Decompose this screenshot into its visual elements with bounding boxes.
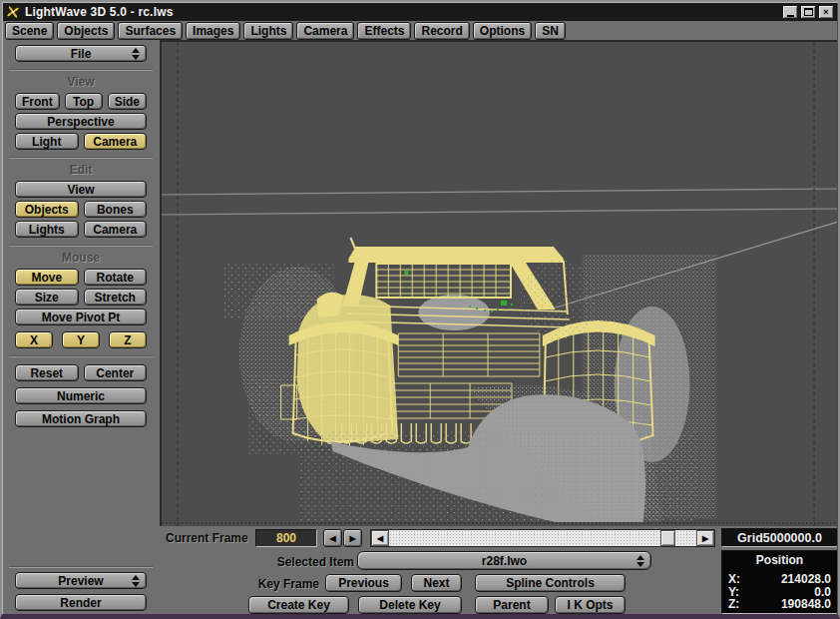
mouse-rotate-button[interactable]: Rotate <box>84 269 148 286</box>
mouse-move-button[interactable]: Move <box>15 269 79 286</box>
ik-options-button[interactable]: I K Opts <box>555 596 626 614</box>
right-arrow-icon: ▶ <box>702 534 708 543</box>
render-button[interactable]: Render <box>15 594 147 611</box>
key-frame-label: Key Frame <box>234 577 319 591</box>
menu-effects[interactable]: Effects <box>357 22 411 40</box>
view-camera-button[interactable]: Camera <box>84 133 148 150</box>
edit-group-label: Edit <box>15 163 147 178</box>
bottom-panel: Current Frame 800 ◀ ▶ ◀ ▶ Grid5000000.0 … <box>160 526 840 615</box>
current-frame-value: 800 <box>276 531 296 545</box>
viewport-scene-svg <box>162 42 838 526</box>
edit-objects-button[interactable]: Objects <box>15 201 79 218</box>
mouse-size-button[interactable]: Size <box>15 289 79 306</box>
view-side-button[interactable]: Side <box>108 93 147 110</box>
mouse-stretch-button[interactable]: Stretch <box>84 289 148 306</box>
selected-item-label: Selected Item <box>269 555 354 569</box>
previous-key-button[interactable]: Previous <box>325 574 402 592</box>
position-x-label: X: <box>728 573 740 586</box>
frame-back-button[interactable]: ◀ <box>323 529 342 547</box>
frame-slider-track[interactable] <box>389 530 696 546</box>
minimize-icon <box>787 15 794 17</box>
delete-key-button[interactable]: Delete Key <box>358 596 462 614</box>
menu-scene[interactable]: Scene <box>5 22 54 40</box>
app-window: LightWave 3D 5.0 - rc.lws × Scene Object… <box>0 0 840 619</box>
position-x-value: 214028.0 <box>781 573 831 586</box>
separator <box>9 355 153 357</box>
grid-size-display: Grid5000000.0 <box>721 528 838 547</box>
menu-record[interactable]: Record <box>414 22 469 40</box>
position-readout: Position X:214028.0 Y:0.0 Z:190848.0 <box>721 550 838 614</box>
position-z-value: 190848.0 <box>781 598 831 611</box>
separator <box>9 245 153 247</box>
motion-graph-button[interactable]: Motion Graph <box>15 410 147 427</box>
left-arrow-icon: ◀ <box>377 534 383 543</box>
numeric-button[interactable]: Numeric <box>15 387 147 404</box>
app-logo-icon <box>6 5 20 19</box>
separator <box>9 566 153 568</box>
edit-lights-button[interactable]: Lights <box>15 221 79 238</box>
view-top-button[interactable]: Top <box>65 93 103 110</box>
minimize-button[interactable] <box>782 5 798 19</box>
menu-bar: Scene Objects Surfaces Images Lights Cam… <box>2 21 838 40</box>
separator <box>9 69 153 71</box>
next-key-button[interactable]: Next <box>411 574 462 592</box>
close-button[interactable]: × <box>818 5 834 19</box>
position-title: Position <box>728 553 831 567</box>
slider-left-arrow-button[interactable]: ◀ <box>371 530 389 546</box>
preview-dropdown[interactable]: Preview <box>15 572 147 589</box>
menu-images[interactable]: Images <box>186 22 240 40</box>
edit-view-button[interactable]: View <box>15 181 147 198</box>
menu-lights[interactable]: Lights <box>243 22 293 40</box>
separator <box>9 157 153 159</box>
view-front-button[interactable]: Front <box>15 93 60 110</box>
move-pivot-button[interactable]: Move Pivot Pt <box>15 309 147 325</box>
frame-slider[interactable]: ◀ ▶ <box>370 529 715 547</box>
frame-forward-button[interactable]: ▶ <box>343 529 362 547</box>
camera-viewport[interactable] <box>160 40 838 526</box>
edit-bones-button[interactable]: Bones <box>84 201 148 218</box>
parent-button[interactable]: Parent <box>475 596 549 614</box>
reset-button[interactable]: Reset <box>15 364 79 381</box>
axis-y-button[interactable]: Y <box>62 331 100 348</box>
right-arrow-icon: ▶ <box>349 534 355 543</box>
current-frame-label: Current Frame <box>166 531 248 545</box>
menu-surfaces[interactable]: Surfaces <box>118 22 183 40</box>
window-title: LightWave 3D 5.0 - rc.lws <box>25 5 174 19</box>
dropdown-arrows-icon <box>636 555 644 567</box>
menu-camera[interactable]: Camera <box>296 22 354 40</box>
view-light-button[interactable]: Light <box>15 133 79 150</box>
view-group-label: View <box>15 75 147 90</box>
dropdown-arrows-icon <box>132 575 140 587</box>
title-bar: LightWave 3D 5.0 - rc.lws × <box>3 3 837 21</box>
spline-controls-button[interactable]: Spline Controls <box>475 574 626 592</box>
edit-camera-button[interactable]: Camera <box>84 221 148 238</box>
sidebar: File View Front Top Side Perspective Lig… <box>2 40 160 615</box>
dropdown-arrows-icon <box>132 48 140 60</box>
maximize-icon <box>804 8 813 16</box>
file-dropdown[interactable]: File <box>15 45 147 62</box>
selected-item-dropdown[interactable]: r28f.lwo <box>357 551 651 570</box>
left-arrow-icon: ◀ <box>329 534 335 543</box>
create-key-button[interactable]: Create Key <box>248 596 349 614</box>
menu-sn[interactable]: SN <box>535 22 566 40</box>
axis-z-button[interactable]: Z <box>109 331 147 348</box>
frame-slider-thumb[interactable] <box>660 530 675 546</box>
axis-x-button[interactable]: X <box>15 331 53 348</box>
mouse-group-label: Mouse <box>15 251 147 266</box>
maximize-button[interactable] <box>800 5 816 19</box>
position-z-label: Z: <box>728 598 739 611</box>
view-perspective-button[interactable]: Perspective <box>15 113 147 130</box>
menu-objects[interactable]: Objects <box>57 22 115 40</box>
slider-right-arrow-button[interactable]: ▶ <box>696 530 714 546</box>
current-frame-field[interactable]: 800 <box>255 529 317 547</box>
menu-options[interactable]: Options <box>473 22 532 40</box>
center-button[interactable]: Center <box>84 364 148 381</box>
close-icon: × <box>823 8 828 17</box>
